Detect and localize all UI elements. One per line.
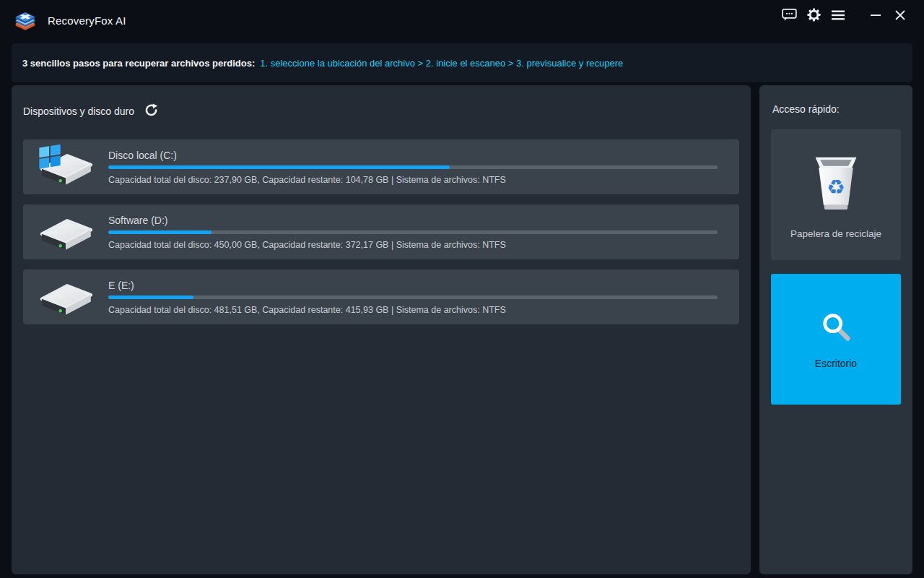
- drive-details: E (E:) Capacidad total del disco: 481,51…: [108, 280, 739, 315]
- steps-bar: 3 sencillos pasos para recuperar archivo…: [12, 43, 912, 82]
- hard-drive-icon: [23, 210, 108, 254]
- drive-progress-fill: [108, 296, 193, 299]
- menu-icon: [831, 9, 845, 23]
- settings-button[interactable]: [801, 5, 826, 27]
- quick-access-desktop[interactable]: Escritorio: [771, 274, 901, 405]
- chat-button[interactable]: [777, 5, 801, 27]
- steps-prefix: 3 sencillos pasos para recuperar archivo…: [22, 58, 255, 69]
- devices-section-title: Dispositivos y disco duro: [23, 105, 134, 117]
- minimize-button[interactable]: [863, 5, 888, 27]
- quick-access-label: Papelera de reciclaje: [790, 228, 881, 239]
- app-window: RecoveryFox AI: [0, 0, 924, 578]
- drive-list: Disco local (C:) Capacidad total del dis…: [23, 139, 739, 324]
- refresh-icon: [144, 103, 158, 119]
- drive-card[interactable]: E (E:) Capacidad total del disco: 481,51…: [23, 269, 739, 324]
- drive-capacity-info: Capacidad total del disco: 237,90 GB, Ca…: [108, 175, 718, 185]
- drive-capacity-info: Capacidad total del disco: 481,51 GB, Ca…: [108, 305, 718, 315]
- minimize-icon: [870, 9, 881, 23]
- recoveryfox-logo-icon: [12, 7, 39, 34]
- titlebar-actions: [777, 5, 912, 27]
- drive-name: Disco local (C:): [108, 150, 718, 161]
- quick-access-title: Acceso rápido:: [759, 85, 912, 115]
- drive-progress-track: [108, 165, 718, 169]
- drive-card[interactable]: Disco local (C:) Capacidad total del dis…: [23, 139, 739, 194]
- hard-drive-icon: [23, 275, 108, 319]
- drive-name: Software (D:): [108, 215, 718, 226]
- drive-card[interactable]: Software (D:) Capacidad total del disco:…: [23, 204, 739, 259]
- close-button[interactable]: [888, 5, 912, 27]
- svg-text:♻: ♻: [827, 176, 845, 199]
- quick-access-label: Escritorio: [815, 358, 857, 369]
- drive-capacity-info: Capacidad total del disco: 450,00 GB, Ca…: [108, 240, 718, 250]
- drive-progress-track: [108, 230, 718, 234]
- quick-access-panel: Acceso rápido: ♻: [759, 85, 912, 574]
- devices-panel: Dispositivos y disco duro: [12, 85, 751, 574]
- devices-panel-header: Dispositivos y disco duro: [12, 85, 751, 119]
- menu-button[interactable]: [826, 5, 850, 27]
- settings-gear-icon: [807, 8, 821, 24]
- titlebar: RecoveryFox AI: [0, 0, 924, 40]
- close-icon: [894, 9, 906, 23]
- chat-icon: [782, 8, 797, 24]
- app-title: RecoveryFox AI: [48, 14, 126, 27]
- drive-details: Disco local (C:) Capacidad total del dis…: [108, 150, 739, 185]
- search-icon: [819, 310, 853, 346]
- steps-text: 1. seleccione la ubicación del archivo >…: [260, 58, 623, 69]
- recycle-bin-icon: ♻: [808, 150, 863, 217]
- windows-drive-icon: [23, 144, 108, 189]
- drive-progress-fill: [108, 230, 212, 234]
- drive-name: E (E:): [108, 280, 718, 291]
- quick-access-recycle-bin[interactable]: ♻ Papelera de reciclaje: [771, 129, 901, 260]
- drive-details: Software (D:) Capacidad total del disco:…: [108, 215, 739, 250]
- refresh-button[interactable]: [143, 103, 159, 119]
- drive-progress-track: [108, 296, 718, 299]
- drive-progress-fill: [108, 165, 450, 169]
